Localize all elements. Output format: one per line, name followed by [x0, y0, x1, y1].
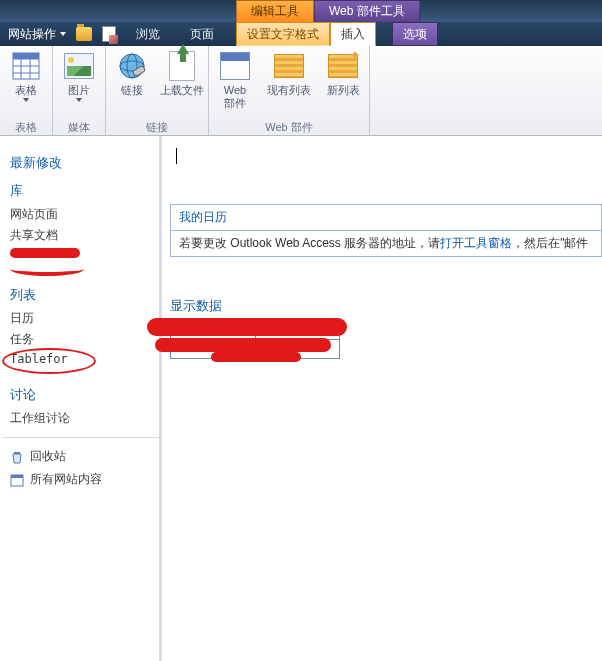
ribbon-button-link[interactable]: 链接 — [110, 50, 154, 97]
redacted-mark — [10, 262, 84, 276]
table-row — [171, 340, 339, 358]
ribbon: 表格 表格 图片 媒体 链接 上载文件 链接 — [0, 46, 602, 136]
sidebar-link-all-content[interactable]: 所有网站内容 — [10, 471, 151, 488]
tab-label: 插入 — [341, 26, 365, 43]
tab-format-text[interactable]: 设置文字格式 — [236, 22, 330, 46]
contextual-tab-label: 编辑工具 — [251, 3, 299, 20]
webpart-title: 显示数据 — [170, 297, 602, 315]
sidebar-link-tasks[interactable]: 任务 — [10, 331, 151, 348]
ribbon-button-label: 新列表 — [327, 84, 360, 97]
ribbon-button-table[interactable]: 表格 — [4, 50, 48, 102]
sidebar-link-recycle-bin[interactable]: 回收站 — [10, 448, 151, 465]
ribbon-button-image[interactable]: 图片 — [57, 50, 101, 102]
main-edit-area[interactable]: 我的日历 若要更改 Outlook Web Access 服务器的地址，请打开工… — [159, 136, 602, 661]
new-list-icon — [328, 54, 358, 78]
contextual-tab-edit-tools[interactable]: 编辑工具 — [236, 0, 314, 22]
webpart-title: 我的日历 — [170, 204, 602, 230]
sidebar-link-team-discussion[interactable]: 工作组讨论 — [10, 410, 151, 427]
svg-rect-11 — [14, 452, 20, 454]
svg-point-7 — [120, 54, 144, 78]
quick-launch-sidebar: 最新修改 库 网站页面 共享文档 列表 日历 任务 Tablefor 讨论 工作… — [0, 136, 160, 661]
ribbon-button-label: 图片 — [68, 84, 90, 102]
open-tool-pane-link[interactable]: 打开工具窗格 — [440, 236, 512, 250]
site-actions-label: 网站操作 — [8, 26, 56, 43]
sidebar-link-site-pages[interactable]: 网站页面 — [10, 206, 151, 223]
ribbon-button-upload[interactable]: 上载文件 — [160, 50, 204, 97]
sidebar-heading-recent[interactable]: 最新修改 — [10, 154, 151, 172]
webpart-body: 若要更改 Outlook Web Access 服务器的地址，请打开工具窗格，然… — [170, 230, 602, 257]
edit-page-icon[interactable] — [102, 26, 116, 42]
contextual-tab-label: Web 部件工具 — [329, 3, 405, 20]
contextual-tab-webpart-tools[interactable]: Web 部件工具 — [314, 0, 420, 22]
ribbon-button-label: Web部件 — [224, 84, 246, 110]
svg-rect-6 — [13, 53, 39, 59]
recycle-bin-icon — [10, 450, 24, 464]
table-icon — [12, 52, 40, 80]
ribbon-button-new-list[interactable]: 新列表 — [321, 50, 365, 97]
sidebar-link-calendar[interactable]: 日历 — [10, 310, 151, 327]
table-header-row — [171, 322, 339, 340]
image-icon — [64, 53, 94, 79]
hint-text: ，然后在"邮件 — [512, 236, 588, 250]
sidebar-link-tablefor[interactable]: Tablefor — [10, 352, 151, 366]
tab-label: 选项 — [403, 26, 427, 43]
ribbon-group-webparts: Web部件 现有列表 新列表 Web 部件 — [209, 46, 370, 135]
site-actions-menu[interactable]: 网站操作 — [8, 26, 66, 43]
upload-icon — [169, 51, 195, 81]
ribbon-button-label: 链接 — [121, 84, 143, 97]
tab-label: 设置文字格式 — [247, 26, 319, 43]
sidebar-link-label: 所有网站内容 — [30, 471, 102, 488]
tab-browse[interactable]: 浏览 — [126, 26, 170, 43]
tab-page[interactable]: 页面 — [180, 26, 224, 43]
tab-label: 浏览 — [136, 26, 160, 43]
sidebar-heading-libraries[interactable]: 库 — [10, 182, 151, 200]
ribbon-group-links: 链接 上载文件 链接 — [106, 46, 209, 135]
tab-label: 页面 — [190, 26, 214, 43]
sidebar-heading-lists[interactable]: 列表 — [10, 286, 151, 304]
ribbon-button-label: 现有列表 — [267, 84, 311, 97]
contextual-tab-row: 编辑工具 Web 部件工具 — [0, 0, 602, 22]
webpart-icon — [220, 52, 250, 80]
caret-down-icon — [60, 32, 66, 36]
link-icon — [117, 52, 147, 80]
all-content-icon — [10, 473, 24, 487]
redacted-mark — [10, 248, 80, 258]
webpart-my-calendar[interactable]: 我的日历 若要更改 Outlook Web Access 服务器的地址，请打开工… — [170, 204, 602, 257]
tab-options[interactable]: 选项 — [392, 22, 438, 46]
ribbon-group-title: 媒体 — [57, 119, 101, 135]
ribbon-group-title: Web 部件 — [213, 119, 365, 135]
content-area: 最新修改 库 网站页面 共享文档 列表 日历 任务 Tablefor 讨论 工作… — [0, 136, 602, 661]
menu-row: 网站操作 浏览 页面 设置文字格式 插入 选项 — [0, 22, 602, 46]
sidebar-heading-discussions[interactable]: 讨论 — [10, 386, 151, 404]
ribbon-group-title: 表格 — [4, 119, 48, 135]
existing-list-icon — [274, 54, 304, 78]
svg-rect-13 — [11, 475, 23, 478]
ribbon-group-title: 链接 — [110, 119, 204, 135]
data-table — [170, 321, 340, 359]
text-cursor — [176, 148, 602, 164]
tab-insert[interactable]: 插入 — [330, 22, 376, 46]
ribbon-button-webpart[interactable]: Web部件 — [213, 50, 257, 110]
ribbon-button-label: 上载文件 — [160, 84, 204, 97]
navigate-up-icon[interactable] — [76, 27, 92, 41]
hint-text: 若要更改 Outlook Web Access 服务器的地址，请 — [179, 236, 440, 250]
sidebar-link-shared-docs[interactable]: 共享文档 — [10, 227, 151, 244]
ribbon-group-tables: 表格 表格 — [0, 46, 53, 135]
webpart-display-data[interactable]: 显示数据 — [170, 297, 602, 359]
sidebar-divider — [2, 437, 159, 438]
sidebar-link-label: 回收站 — [30, 448, 66, 465]
ribbon-group-media: 图片 媒体 — [53, 46, 106, 135]
ribbon-button-label: 表格 — [15, 84, 37, 102]
ribbon-button-existing-list[interactable]: 现有列表 — [263, 50, 315, 97]
